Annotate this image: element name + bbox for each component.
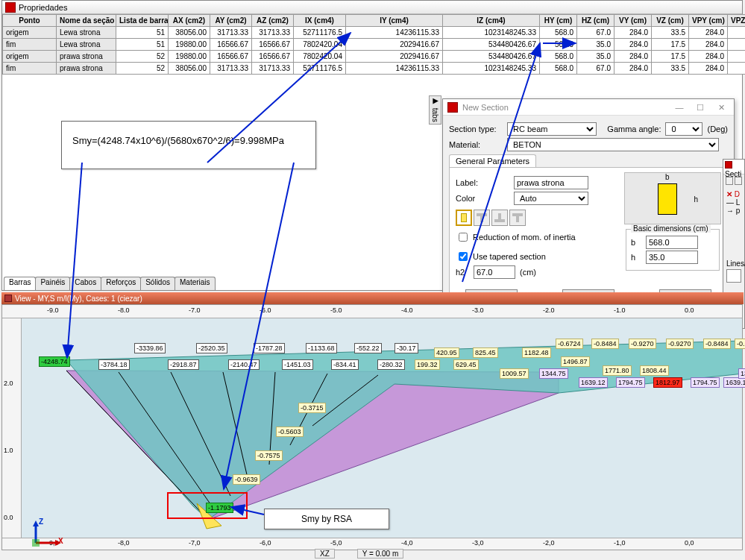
cell[interactable]: 2029416.67	[346, 39, 443, 51]
gamma-select[interactable]: 0	[665, 122, 702, 136]
cell[interactable]: 67.0	[577, 27, 614, 39]
cell[interactable]: 284.0	[689, 63, 728, 75]
cell[interactable]: 284.0	[689, 51, 728, 63]
cell[interactable]: 534480426.67	[443, 51, 540, 63]
tab-general-parameters[interactable]: General Parameters	[449, 154, 536, 167]
column-header[interactable]: IX (cm4)	[294, 15, 346, 27]
cell[interactable]: 38056.00	[169, 27, 210, 39]
cell[interactable]: 31713.33	[252, 27, 294, 39]
tab-materiais[interactable]: Materiais	[175, 277, 216, 290]
cell[interactable]: 33.5	[728, 63, 746, 75]
new-icon[interactable]	[726, 177, 733, 185]
cell[interactable]: 284.0	[614, 39, 652, 51]
properties-bottom-tabs[interactable]: Barras Painéis Cabos Reforços Sólidos Ma…	[4, 277, 215, 290]
cell[interactable]: 284.0	[614, 51, 652, 63]
cell[interactable]: 52711176.5	[294, 63, 346, 75]
cell[interactable]: 67.0	[577, 63, 614, 75]
table-row[interactable]: origemprawa strona5219880.0016566.671656…	[3, 51, 746, 63]
cell[interactable]: 568.0	[540, 51, 577, 63]
cell[interactable]: 52711176.5	[294, 27, 346, 39]
cell[interactable]: 2029416.67	[346, 51, 443, 63]
column-header[interactable]: Nome da seção ▲	[57, 15, 116, 27]
section-type-select[interactable]: RC beam	[507, 122, 597, 136]
cell[interactable]: 16566.67	[210, 51, 252, 63]
tab-solidos[interactable]: Sólidos	[140, 277, 175, 290]
column-header[interactable]: Ponto	[3, 15, 57, 27]
cell[interactable]: 33.5	[652, 63, 689, 75]
cell[interactable]: 16566.67	[252, 39, 294, 51]
cell[interactable]: prawa strona	[57, 63, 116, 75]
cell[interactable]: 16566.67	[210, 39, 252, 51]
cell[interactable]: 19880.00	[169, 51, 210, 63]
reduction-checkbox[interactable]: Reduction of mom. of inertia	[456, 230, 620, 244]
cell[interactable]: 35.0	[577, 51, 614, 63]
cell[interactable]: 1023148245.33	[443, 63, 540, 75]
cell[interactable]: 51	[116, 27, 169, 39]
cell[interactable]: 568.0	[540, 63, 577, 75]
column-header[interactable]: VZ (cm)	[652, 15, 689, 27]
cell[interactable]: fim	[3, 39, 57, 51]
column-header[interactable]: Lista de barras	[116, 15, 169, 27]
shape-tee1-icon[interactable]	[474, 210, 490, 226]
minimize-button[interactable]: —	[671, 101, 688, 114]
cell[interactable]: origem	[3, 51, 57, 63]
cell[interactable]: 31713.33	[210, 27, 252, 39]
cell[interactable]: origem	[3, 27, 57, 39]
column-header[interactable]: IY (cm4)	[346, 15, 443, 27]
cell[interactable]: Lewa strona	[57, 39, 116, 51]
cell[interactable]: 14236115.33	[346, 27, 443, 39]
material-select[interactable]: BETON	[507, 138, 719, 151]
cell[interactable]: 31713.33	[210, 63, 252, 75]
column-header[interactable]: VPY (cm)	[689, 15, 728, 27]
cell[interactable]: 534480426.67	[443, 39, 540, 51]
cell[interactable]: 17.5	[652, 39, 689, 51]
cell[interactable]: 568.0	[540, 39, 577, 51]
column-header[interactable]: VY (cm)	[614, 15, 652, 27]
tab-reforcos[interactable]: Reforços	[101, 277, 141, 290]
cell[interactable]: 51	[116, 39, 169, 51]
cell[interactable]: Lewa strona	[57, 27, 116, 39]
column-header[interactable]: AX (cm2)	[169, 15, 210, 27]
cell[interactable]: 35.0	[577, 39, 614, 51]
maximize-button[interactable]: ☐	[692, 101, 708, 114]
dialog-title-bar[interactable]: New Section — ☐ ✕	[443, 99, 734, 116]
tab-cabos[interactable]: Cabos	[69, 277, 101, 290]
label-input[interactable]	[514, 176, 588, 189]
column-header[interactable]: AY (cm2)	[210, 15, 252, 27]
view-bar[interactable]: View - MY,S m/l(My), Cases: 1 (ciezar)	[1, 292, 744, 304]
cell[interactable]: 17.5	[728, 51, 746, 63]
cell[interactable]: 38056.00	[169, 63, 210, 75]
cell[interactable]: 7802420.04	[294, 51, 346, 63]
cell[interactable]: prawa strona	[57, 51, 116, 63]
column-header[interactable]: VPZ (cm)	[728, 15, 746, 27]
cell[interactable]: 31713.33	[252, 63, 294, 75]
cell[interactable]: 1023148245.33	[443, 27, 540, 39]
cell[interactable]: 19880.00	[169, 39, 210, 51]
cell[interactable]: 17.5	[728, 39, 746, 51]
column-header[interactable]: IZ (cm4)	[443, 15, 540, 27]
cell[interactable]: 52	[116, 51, 169, 63]
tab-paineis[interactable]: Painéis	[35, 277, 70, 290]
cell[interactable]: 568.0	[540, 27, 577, 39]
shape-rect-icon[interactable]	[456, 210, 472, 226]
side-tabs-handle[interactable]: ◀ tabs	[429, 95, 441, 125]
h-input[interactable]	[646, 251, 698, 264]
cell[interactable]: 7802420.04	[294, 39, 346, 51]
cell[interactable]: 16566.67	[252, 51, 294, 63]
h2-input[interactable]	[474, 265, 515, 279]
color-select[interactable]: Auto	[514, 192, 588, 205]
cell[interactable]: 284.0	[689, 27, 728, 39]
cell[interactable]: 14236115.33	[346, 63, 443, 75]
table-row[interactable]: fimprawa strona5238056.0031713.3331713.3…	[3, 63, 746, 75]
lines-input[interactable]	[726, 269, 741, 283]
cell[interactable]: 17.5	[652, 51, 689, 63]
shape-tee2-icon[interactable]	[491, 210, 508, 226]
close-button[interactable]: ✕	[713, 101, 729, 114]
tapered-checkbox[interactable]: Use tapered section	[456, 250, 620, 263]
tab-barras[interactable]: Barras	[4, 277, 36, 290]
cell[interactable]: 33.5	[652, 27, 689, 39]
column-header[interactable]: AZ (cm2)	[252, 15, 294, 27]
cell[interactable]: 284.0	[614, 27, 652, 39]
cell[interactable]: 52	[116, 63, 169, 75]
status-plane[interactable]: XZ	[315, 549, 335, 559]
